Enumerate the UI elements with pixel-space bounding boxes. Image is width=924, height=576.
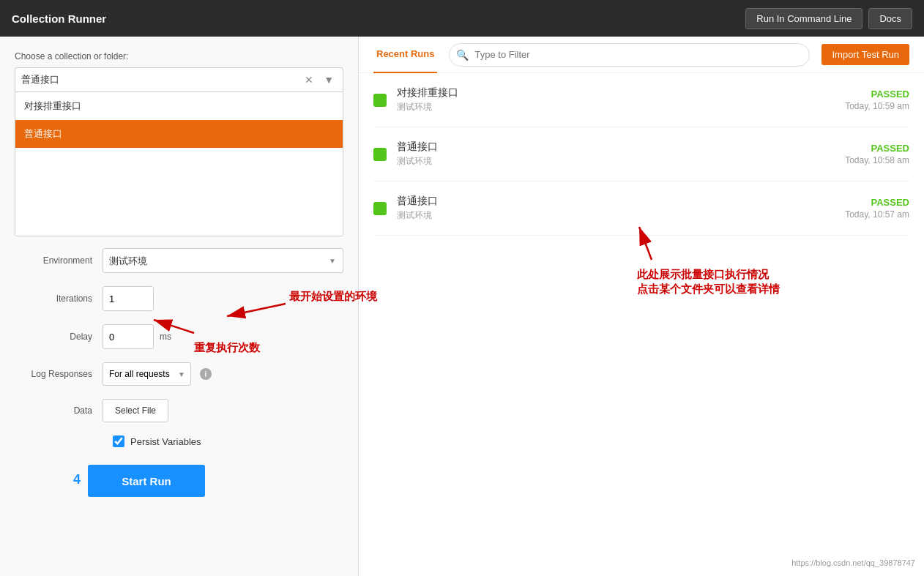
data-label: Data [15, 405, 103, 416]
main-container: Choose a collection or folder: ✕ ▼ 对接排重接… [0, 37, 924, 576]
run-info-2: 普通接口 测试环境 [397, 195, 845, 222]
run-status-text-2: PASSED [845, 197, 909, 208]
run-result-0: PASSED Today, 10:59 am [845, 89, 909, 111]
log-select-wrapper: For all requests For failed tests None [103, 362, 191, 386]
run-status-dot-1 [373, 148, 387, 161]
run-env-2: 测试环境 [397, 209, 845, 222]
run-in-cmd-button[interactable]: Run In Command Line [745, 8, 862, 29]
run-status-dot-0 [373, 94, 387, 107]
search-icon: 🔍 [456, 49, 469, 61]
import-test-run-button[interactable]: Import Test Run [821, 44, 909, 65]
run-info-1: 普通接口 测试环境 [397, 141, 845, 168]
dropdown-item-1[interactable]: 普通接口 [15, 120, 343, 148]
run-env-0: 测试环境 [397, 101, 845, 113]
start-run-section: 4 Start Run [88, 465, 343, 497]
left-panel: Choose a collection or folder: ✕ ▼ 对接排重接… [0, 37, 359, 576]
delay-input[interactable] [103, 324, 154, 349]
right-panel: Recent Runs 🔍 Import Test Run 对接排重接口 测试环… [359, 37, 924, 576]
step-number: 4 [73, 472, 81, 487]
choose-label: Choose a collection or folder: [15, 51, 343, 61]
clear-icon[interactable]: ✕ [302, 72, 316, 87]
iterations-input[interactable] [103, 286, 154, 311]
environment-row: Environment 测试环境 生产环境 [15, 248, 343, 273]
run-item-2[interactable]: 普通接口 测试环境 PASSED Today, 10:57 am [373, 182, 909, 236]
environment-label: Environment [15, 255, 103, 266]
data-row: Data Select File [15, 399, 343, 422]
dropdown-item-0[interactable]: 对接排重接口 [15, 92, 343, 120]
run-env-1: 测试环境 [397, 155, 845, 168]
app-title: Collection Runner [12, 12, 739, 25]
log-responses-select[interactable]: For all requests For failed tests None [103, 362, 191, 386]
run-name-2: 普通接口 [397, 195, 845, 208]
run-result-1: PASSED Today, 10:58 am [845, 143, 909, 165]
persist-variables-row: Persist Variables [113, 435, 343, 447]
run-time-0: Today, 10:59 am [845, 101, 909, 111]
run-item-1[interactable]: 普通接口 测试环境 PASSED Today, 10:58 am [373, 127, 909, 182]
collection-input-icons: ✕ ▼ [302, 72, 337, 87]
run-status-dot-2 [373, 202, 387, 215]
delay-label: Delay [15, 332, 103, 342]
run-status-text-0: PASSED [845, 89, 909, 100]
run-name-1: 普通接口 [397, 141, 845, 154]
search-input[interactable] [449, 43, 810, 67]
run-result-2: PASSED Today, 10:57 am [845, 197, 909, 220]
right-header: Recent Runs 🔍 Import Test Run [359, 37, 924, 73]
iterations-label: Iterations [15, 293, 103, 304]
delay-row: Delay ms [15, 324, 343, 349]
persist-variables-checkbox[interactable] [113, 435, 124, 447]
environment-select[interactable]: 测试环境 生产环境 [103, 248, 343, 273]
log-responses-row: Log Responses For all requests For faile… [15, 362, 343, 386]
collection-input[interactable] [21, 75, 302, 86]
environment-select-wrapper: 测试环境 生产环境 [103, 248, 343, 273]
dropdown-list: 对接排重接口 普通接口 [15, 92, 343, 236]
tab-recent-runs[interactable]: Recent Runs [373, 37, 437, 73]
run-status-text-1: PASSED [845, 143, 909, 154]
log-info-icon: i [200, 368, 212, 380]
iterations-row: Iterations [15, 286, 343, 311]
search-box-wrapper: 🔍 [449, 43, 810, 67]
ms-label: ms [160, 332, 171, 342]
run-time-2: Today, 10:57 am [845, 209, 909, 220]
chevron-down-icon[interactable]: ▼ [321, 72, 337, 87]
persist-variables-label: Persist Variables [130, 436, 201, 447]
delay-input-wrapper: ms [103, 324, 171, 349]
collection-input-row: ✕ ▼ [15, 67, 343, 92]
run-time-1: Today, 10:58 am [845, 155, 909, 165]
app-header: Collection Runner Run In Command Line Do… [0, 0, 924, 37]
run-item-0[interactable]: 对接排重接口 测试环境 PASSED Today, 10:59 am [373, 73, 909, 127]
collection-dropdown: ✕ ▼ 对接排重接口 普通接口 [15, 67, 343, 236]
select-file-button[interactable]: Select File [103, 399, 168, 422]
docs-button[interactable]: Docs [868, 8, 912, 29]
log-responses-label: Log Responses [15, 369, 103, 379]
run-info-0: 对接排重接口 测试环境 [397, 86, 845, 113]
start-run-button[interactable]: Start Run [88, 465, 205, 497]
run-list: 对接排重接口 测试环境 PASSED Today, 10:59 am 普通接口 … [359, 73, 924, 576]
run-name-0: 对接排重接口 [397, 86, 845, 100]
watermark: https://blog.csdn.net/qq_39878747 [791, 558, 915, 567]
